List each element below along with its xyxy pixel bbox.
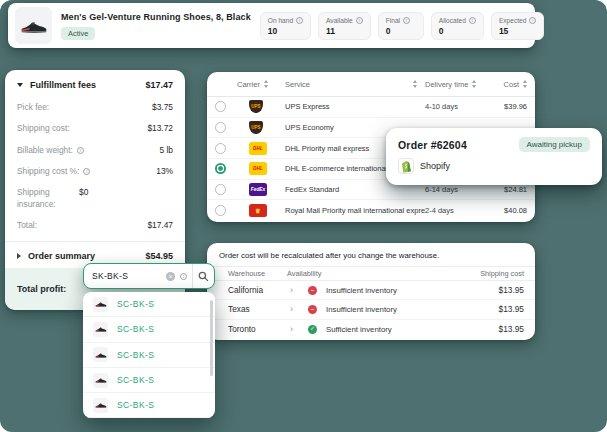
column-header-cost[interactable]: Cost xyxy=(485,80,527,89)
service-name: Royal Mail Priority mail international e… xyxy=(285,206,425,215)
fees-total-value: $17.47 xyxy=(145,80,173,90)
status-badge: Active xyxy=(61,27,95,40)
clear-icon[interactable] xyxy=(166,272,175,281)
stat-label: Allocated xyxy=(439,17,466,24)
info-icon[interactable] xyxy=(296,17,303,24)
product-thumbnail xyxy=(93,322,108,337)
column-header-availability: Availability xyxy=(287,269,462,278)
fee-value: $13.72 xyxy=(147,123,173,133)
warehouse-table-header: Warehouse Availability Shipping cost xyxy=(207,266,535,281)
ups-logo-icon: UPS xyxy=(249,121,263,134)
sort-icon[interactable] xyxy=(472,80,476,88)
sku-search-bar[interactable] xyxy=(83,263,215,289)
warehouse-name: Toronto xyxy=(228,324,290,334)
stat-label: Expected xyxy=(499,17,527,24)
chevron-right-icon[interactable] xyxy=(290,305,308,314)
sku-result-item[interactable]: SC-BK-S xyxy=(83,292,215,317)
stat-available: Available 11 xyxy=(318,12,371,40)
stat-label: Final xyxy=(386,17,400,24)
order-summary-value: $54.95 xyxy=(145,251,173,261)
info-icon[interactable] xyxy=(403,17,410,24)
warehouse-row-california[interactable]: California Insufficient inventory $13.95 xyxy=(207,281,535,300)
warehouse-row-toronto[interactable]: Toronto Sufficient inventory $13.95 xyxy=(207,320,535,339)
warehouse-name: Texas xyxy=(228,304,290,314)
fee-row-total: Total: $17.47 xyxy=(5,215,185,236)
sku-code: SC-BK-S xyxy=(117,324,154,334)
radio[interactable] xyxy=(215,205,226,216)
recalculation-note: Order cost will be recalculated after yo… xyxy=(207,249,535,266)
sort-icon[interactable] xyxy=(413,80,417,88)
order-number: Order #62604 xyxy=(398,139,467,151)
info-icon[interactable] xyxy=(529,17,536,24)
fee-label: Shipping cost %: xyxy=(17,166,79,177)
fee-value: $3.75 xyxy=(152,102,173,112)
carrier-row-royal-mail[interactable]: Royal Mail Priority mail international e… xyxy=(207,200,535,221)
column-header-warehouse: Warehouse xyxy=(228,269,287,278)
ups-logo-icon: UPS xyxy=(249,100,263,113)
info-icon[interactable] xyxy=(77,147,84,154)
column-label: Delivery time xyxy=(425,80,468,89)
sku-result-item[interactable]: SC-BK-S xyxy=(83,368,215,393)
cost-value: $24.81 xyxy=(485,185,527,194)
sort-icon[interactable] xyxy=(523,80,527,88)
product-info: Men's Gel-Venture Running Shoes, 8, Blac… xyxy=(61,12,251,40)
radio[interactable] xyxy=(215,184,226,195)
caret-down-icon xyxy=(17,83,23,87)
sku-results-list: SC-BK-S SC-BK-S SC-BK-S SC-BK-S SC-BK-S xyxy=(83,292,215,418)
carrier-row-ups-express[interactable]: UPS UPS Express 4-10 days $39.96 xyxy=(207,97,535,118)
sku-result-item[interactable]: SC-BK-S xyxy=(83,393,215,418)
delivery-time: 4-10 days xyxy=(425,102,485,111)
column-header-shipping-cost: Shipping cost xyxy=(462,269,524,278)
column-header-carrier[interactable]: Carrier xyxy=(237,80,285,89)
radio-selected[interactable] xyxy=(215,163,226,174)
info-icon[interactable] xyxy=(356,17,363,24)
availability-label: Insufficient inventory xyxy=(321,286,462,295)
info-icon[interactable] xyxy=(180,273,187,280)
sku-result-item[interactable]: SC-BK-S xyxy=(83,317,215,342)
product-summary-bar: Men's Gel-Venture Running Shoes, 8, Blac… xyxy=(8,3,535,48)
fee-value: $17.47 xyxy=(147,220,173,230)
total-profit-label: Total profit: xyxy=(17,284,66,294)
radio[interactable] xyxy=(215,122,226,133)
shoe-image-icon xyxy=(20,17,48,35)
fees-title: Fulfillment fees xyxy=(30,80,138,90)
radio[interactable] xyxy=(215,101,226,112)
fee-row-shipping-insurance: Shipping insurance: $0 xyxy=(5,182,185,215)
info-icon[interactable] xyxy=(469,17,476,24)
scrollbar[interactable] xyxy=(210,300,213,376)
search-input[interactable] xyxy=(84,271,166,281)
order-card: Order #62604 Awaiting pickup Shopify xyxy=(386,128,602,185)
fee-label: Pick fee: xyxy=(17,102,49,113)
warehouse-name: California xyxy=(228,285,290,295)
product-image xyxy=(15,7,52,44)
inventory-stats: On hand 10 Available 11 Final 0 Allocate… xyxy=(260,12,545,40)
product-thumbnail xyxy=(93,398,108,413)
sort-icon[interactable] xyxy=(264,80,268,88)
warehouse-row-texas[interactable]: Texas Insufficient inventory $13.95 xyxy=(207,300,535,319)
stat-value: 11 xyxy=(326,26,363,36)
sku-code: SC-BK-S xyxy=(117,400,154,410)
carrier-table-header: Carrier Service Delivery time Cost xyxy=(207,72,535,97)
caret-right-icon xyxy=(17,253,21,259)
shipping-cost-value: $13.95 xyxy=(462,304,524,314)
sku-result-item[interactable]: SC-BK-S xyxy=(83,343,215,368)
search-button[interactable] xyxy=(192,264,214,288)
radio[interactable] xyxy=(215,143,226,154)
fulfillment-fees-header[interactable]: Fulfillment fees $17.47 xyxy=(5,70,185,97)
cost-value: $39.96 xyxy=(485,102,527,111)
column-header-service[interactable]: Service xyxy=(285,80,425,89)
fee-label: Billable weight: xyxy=(17,145,73,156)
chevron-right-icon[interactable] xyxy=(290,325,308,334)
fee-value: 13% xyxy=(156,166,173,176)
fee-row-shipping-cost-pct: Shipping cost %: 13% xyxy=(5,161,185,182)
insufficient-icon xyxy=(308,286,317,295)
fee-value: 5 lb xyxy=(159,145,173,155)
sufficient-icon xyxy=(308,325,317,334)
cost-value: $40.08 xyxy=(485,206,527,215)
chevron-right-icon[interactable] xyxy=(290,286,308,295)
product-thumbnail xyxy=(93,347,108,362)
info-icon[interactable] xyxy=(83,168,90,175)
warehouse-panel: Order cost will be recalculated after yo… xyxy=(207,243,535,340)
fee-label: Total: xyxy=(17,220,37,231)
column-header-delivery-time[interactable]: Delivery time xyxy=(425,80,485,89)
